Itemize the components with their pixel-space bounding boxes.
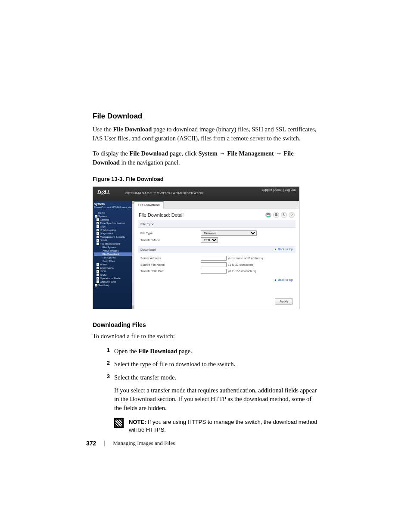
screenshot-figure: D∅LL OPENMANAGE™ SWITCH ADMINISTRATOR Su… [93,187,299,309]
back-to-top-link-2[interactable]: ▲ Back to top [274,278,293,281]
nav-bold3: File Management [227,150,274,157]
label-file-type: File Type [140,232,201,235]
tree-label: sFlow [100,263,107,266]
input-source-file[interactable] [201,262,227,267]
tree-item[interactable]: +Diagnostics [94,232,134,235]
tree-item[interactable]: +ISDP [94,270,134,273]
tree-expand-icon[interactable]: + [97,239,99,242]
tree-label: System [98,215,107,218]
tree-expand-icon[interactable]: + [97,267,99,269]
tree-item[interactable]: +iSCSI [94,273,134,277]
tree-label: Home [98,212,105,214]
label-source-file: Source File Name [140,263,201,266]
tree-leaf-icon: · [99,253,102,255]
nav-paragraph: To display the File Download page, click… [93,149,318,167]
tree-expand-icon[interactable]: + [97,263,99,266]
tree-expand-icon[interactable]: + [97,225,99,228]
tree-item[interactable]: ·File Upload [94,256,134,259]
nav-bold2: System [198,150,217,157]
nav-mid1: page, click [168,150,198,157]
tree-item[interactable]: +SNMP [94,239,134,242]
step-text: Open the File Download page. [114,347,192,355]
tree-expand-icon[interactable]: + [97,218,99,221]
note-body: If you are using HTTPS to manage the swi… [129,419,317,433]
tree-expand-icon[interactable]: + [97,270,99,273]
apply-button[interactable]: Apply [275,298,293,305]
help-icon[interactable]: ? [289,212,295,218]
tree-leaf-icon: · [99,249,102,252]
select-file-type[interactable]: Firmware [201,230,257,236]
tree-expand-icon[interactable]: + [97,280,99,283]
label-server-address: Server Address [140,257,201,260]
step-num: 1 [105,347,110,355]
tree-item[interactable]: ·File System [94,246,134,249]
tree-expand-icon[interactable]: + [97,229,99,231]
select-transfer-mode[interactable]: TFTP [201,237,218,243]
tree-expand-icon[interactable]: − [95,215,97,218]
tree-item[interactable]: +Switching [94,283,134,287]
intro-bold: File Download [113,126,152,133]
section-file-type: File Type [138,221,296,228]
tree-label: Management Security [100,236,125,238]
hint-transfer-path: (0 to 160 characters) [228,270,256,273]
tree-item[interactable]: +Email Alerts [94,266,134,270]
tree-item[interactable]: +General [94,218,134,221]
tree-item[interactable]: +Captive Portal [94,280,134,283]
list-item: 2 Select the type of file to download to… [105,360,318,368]
back-to-top-link-1[interactable]: ▲ Back to top [274,248,293,251]
step-text: Select the type of file to download to t… [114,360,235,368]
section-download: Download ▲ Back to top [138,246,296,253]
tree-label: Time Synchronization [100,222,125,224]
refresh-icon[interactable]: ↻ [281,212,287,218]
figure-caption: Figure 13-3. File Download [93,176,318,182]
hint-source-file: (1 to 32 characters) [228,263,255,266]
label-transfer-path: Transfer File Path [140,270,201,273]
tree-expand-icon[interactable]: + [97,274,99,276]
tree-expand-icon[interactable]: + [95,284,97,286]
tree-expand-icon[interactable]: − [97,243,99,245]
ss-system-sub: PowerConnect M8024-k root, r/w [94,206,134,208]
ss-app-title: OPENMANAGE™ SWITCH ADMINISTRATOR [125,191,204,195]
ss-system-label: System [94,202,134,205]
input-transfer-path[interactable] [201,269,227,274]
ss-sidebar: System PowerConnect M8024-k root, r/w —H… [93,201,134,309]
tree-expand-icon[interactable]: + [97,222,99,224]
input-server-address[interactable] [201,256,227,261]
save-icon[interactable]: 💾 [265,212,271,218]
note-block: NOTE: If you are using HTTPS to manage t… [114,418,318,434]
tree-item[interactable]: +Time Synchronization [94,221,134,225]
tree-expand-icon[interactable]: + [97,232,99,235]
tree-label: IP Addressing [100,229,116,231]
tree-label: Switching [98,284,109,286]
tree-expand-icon[interactable]: + [97,236,99,238]
tab-file-download[interactable]: File Download [134,201,164,208]
tree-item[interactable]: ·Active Images [94,249,134,252]
intro-paragraph: Use the File Download page to download i… [93,125,318,143]
print-icon[interactable]: 🖶 [273,212,279,218]
tree-label: File Management [100,243,120,245]
section-heading: File Download [93,112,318,121]
tree-item[interactable]: ·Copy Files [94,259,134,263]
tree-expand-icon[interactable]: + [97,277,99,280]
tree-label: Diagnostics [100,232,113,235]
tree-item[interactable]: +Operational Mode [94,277,134,280]
list-item: 1 Open the File Download page. [105,347,318,355]
step-num: 2 [105,360,110,368]
tree-item[interactable]: +Logs [94,225,134,228]
nav-bold1: File Download [130,150,168,157]
tree-item[interactable]: +IP Addressing [94,228,134,232]
footer-title: Managing Images and Files [113,440,175,447]
tree-item[interactable]: +sFlow [94,263,134,266]
ss-header-links[interactable]: Support | About | Log Out [262,188,296,191]
tree-item[interactable]: —Home [94,211,134,215]
tree-item[interactable]: +Management Security [94,235,134,239]
nav-post: in the navigation panel. [120,159,180,166]
tree-item[interactable]: −File Management [94,242,134,246]
note-label: NOTE: [129,419,146,425]
tree-leaf-icon: · [99,260,102,262]
tree-expand-icon[interactable]: — [95,212,97,214]
tree-item[interactable]: −System [94,215,134,218]
tree-item[interactable]: ·File Download [94,252,134,256]
nav-pre: To display the [93,150,130,157]
hint-server-address: (Hostname or IP address) [228,257,263,260]
